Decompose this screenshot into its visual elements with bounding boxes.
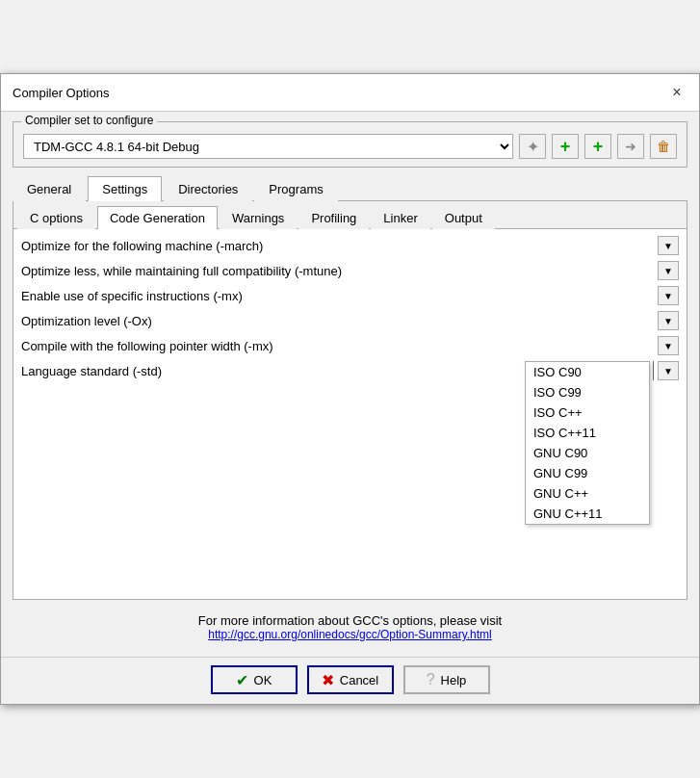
compiler-select-wrapper: TDM-GCC 4.8.1 64-bit DebugTDM-GCC 4.8.1 … — [23, 134, 513, 159]
toolbar-btn-add1[interactable]: + — [552, 134, 579, 159]
subtab-warnings[interactable]: Warnings — [220, 206, 297, 229]
crossmark-icon: ✖ — [322, 671, 334, 689]
option-row-language-std: Language standard (-std) ▼ ISO C90 ISO C… — [13, 358, 687, 383]
sub-tabs-container: C options Code Generation Warnings Profi… — [13, 201, 687, 600]
option-value-march: ▼ — [563, 236, 679, 255]
compiler-group-label: Compiler set to configure — [21, 114, 157, 127]
subtab-linker[interactable]: Linker — [371, 206, 429, 229]
option-value-pointer-width: ▼ — [563, 336, 679, 355]
option-value-mtune: ▼ — [563, 261, 679, 280]
option-value-optimization: ▼ — [563, 311, 679, 330]
dropdown-item-iso-cpp[interactable]: ISO C++ — [526, 402, 649, 423]
ok-button[interactable]: ✔ OK — [211, 665, 298, 694]
dropdown-btn-march[interactable]: ▼ — [658, 236, 679, 255]
footer-info: For more information about GCC's options… — [13, 600, 687, 647]
dropdown-item-iso-c90[interactable]: ISO C90 — [526, 362, 649, 382]
tab-programs[interactable]: Programs — [254, 176, 337, 201]
tab-general[interactable]: General — [13, 176, 86, 201]
language-std-dropdown: ISO C90 ISO C99 ISO C++ ISO C++11 GNU C9… — [525, 361, 650, 525]
title-bar: Compiler Options × — [1, 74, 699, 112]
help-button[interactable]: ? Help — [403, 665, 490, 694]
compiler-select[interactable]: TDM-GCC 4.8.1 64-bit DebugTDM-GCC 4.8.1 … — [23, 134, 513, 159]
compiler-group: Compiler set to configure TDM-GCC 4.8.1 … — [13, 121, 687, 168]
compiler-options-dialog: Compiler Options × Compiler set to confi… — [0, 73, 700, 705]
dropdown-item-gnu-c90[interactable]: GNU C90 — [526, 443, 649, 463]
subtab-code-generation[interactable]: Code Generation — [97, 206, 218, 229]
dropdown-btn-language-std[interactable]: ▼ — [658, 361, 679, 380]
cancel-button[interactable]: ✖ Cancel — [307, 665, 394, 694]
tab-settings[interactable]: Settings — [88, 176, 162, 201]
subtab-profiling[interactable]: Profiling — [298, 206, 369, 229]
footer-link[interactable]: http://gcc.gnu.org/onlinedocs/gcc/Option… — [13, 628, 687, 641]
options-list: Optimize for the following machine (-mar… — [13, 229, 687, 599]
compiler-row: TDM-GCC 4.8.1 64-bit DebugTDM-GCC 4.8.1 … — [23, 134, 677, 159]
dropdown-item-iso-cpp11[interactable]: ISO C++11 — [526, 423, 649, 443]
subtab-output[interactable]: Output — [432, 206, 495, 229]
option-row-march: Optimize for the following machine (-mar… — [13, 233, 687, 258]
tab-directories[interactable]: Directories — [164, 176, 252, 201]
option-row-optimization: Optimization level (-Ox) ▼ — [13, 308, 687, 333]
checkmark-icon: ✔ — [236, 671, 248, 689]
dropdown-btn-optimization[interactable]: ▼ — [658, 311, 679, 330]
dialog-title: Compiler Options — [13, 86, 109, 100]
dropdown-item-gnu-cpp[interactable]: GNU C++ — [526, 483, 649, 504]
dropdown-btn-mtune[interactable]: ▼ — [658, 261, 679, 280]
option-row-mx-instructions: Enable use of specific instructions (-mx… — [13, 283, 687, 308]
dropdown-btn-pointer-width[interactable]: ▼ — [658, 336, 679, 355]
question-icon: ? — [427, 671, 435, 688]
toolbar-btn-crosshair[interactable]: ✦ — [519, 134, 546, 159]
option-row-pointer-width: Compile with the following pointer width… — [13, 333, 687, 358]
subtab-c-options[interactable]: C options — [17, 206, 95, 229]
dropdown-item-gnu-c99[interactable]: GNU C99 — [526, 463, 649, 483]
toolbar-btn-arrow[interactable]: ➜ — [617, 134, 644, 159]
sub-tabs: C options Code Generation Warnings Profi… — [13, 201, 687, 229]
toolbar-btn-trash[interactable]: 🗑 — [650, 134, 677, 159]
dropdown-item-gnu-cpp11[interactable]: GNU C++11 — [526, 504, 649, 524]
main-tabs: General Settings Directories Programs — [13, 175, 687, 201]
dropdown-item-iso-c99[interactable]: ISO C99 — [526, 382, 649, 402]
dialog-body: Compiler set to configure TDM-GCC 4.8.1 … — [1, 112, 699, 657]
close-button[interactable]: × — [666, 82, 687, 103]
dropdown-btn-mx-instructions[interactable]: ▼ — [658, 286, 679, 305]
option-row-mtune: Optimize less, while maintaining full co… — [13, 258, 687, 283]
dialog-buttons: ✔ OK ✖ Cancel ? Help — [1, 657, 699, 704]
toolbar-btn-add2[interactable]: + — [584, 134, 611, 159]
option-value-mx-instructions: ▼ — [563, 286, 679, 305]
